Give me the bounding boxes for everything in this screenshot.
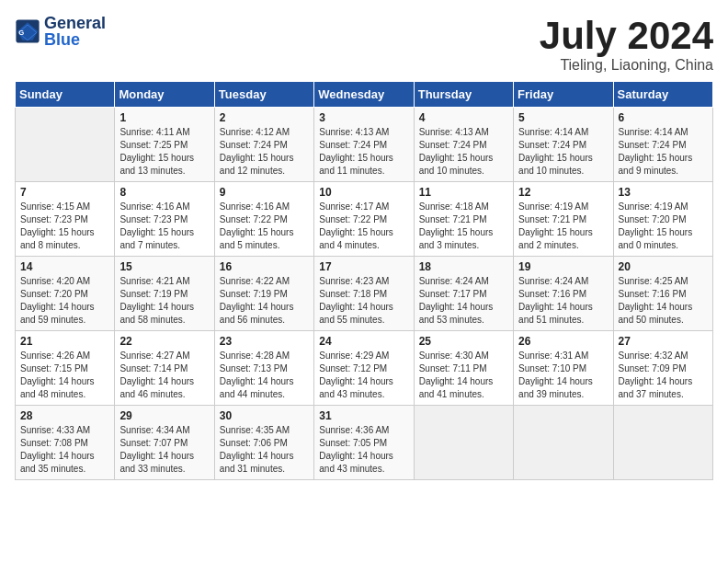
calendar-cell: 30Sunrise: 4:35 AMSunset: 7:06 PMDayligh…: [214, 406, 313, 480]
day-header-tuesday: Tuesday: [214, 82, 313, 108]
cell-content: Sunrise: 4:36 AMSunset: 7:05 PMDaylight:…: [319, 424, 408, 476]
day-number: 14: [20, 260, 109, 273]
cell-content: Sunrise: 4:15 AMSunset: 7:23 PMDaylight:…: [20, 201, 109, 252]
cell-content: Sunrise: 4:34 AMSunset: 7:07 PMDaylight:…: [119, 424, 209, 476]
cell-content: Sunrise: 4:18 AMSunset: 7:21 PMDaylight:…: [419, 201, 508, 252]
calendar-week-4: 21Sunrise: 4:26 AMSunset: 7:15 PMDayligh…: [16, 331, 713, 406]
cell-content: Sunrise: 4:27 AMSunset: 7:14 PMDaylight:…: [119, 350, 209, 401]
cell-content: Sunrise: 4:33 AMSunset: 7:08 PMDaylight:…: [20, 424, 109, 476]
cell-content: Sunrise: 4:24 AMSunset: 7:16 PMDaylight:…: [518, 275, 608, 327]
calendar-cell: 22Sunrise: 4:27 AMSunset: 7:14 PMDayligh…: [115, 331, 214, 406]
day-number: 25: [419, 335, 508, 348]
calendar-cell: 15Sunrise: 4:21 AMSunset: 7:19 PMDayligh…: [115, 257, 214, 331]
location-title: Tieling, Liaoning, China: [540, 57, 713, 74]
cell-content: Sunrise: 4:22 AMSunset: 7:19 PMDaylight:…: [220, 275, 309, 327]
day-number: 27: [619, 335, 708, 348]
day-header-sunday: Sunday: [16, 82, 115, 108]
cell-content: Sunrise: 4:14 AMSunset: 7:24 PMDaylight:…: [518, 126, 608, 178]
svg-text:G: G: [18, 29, 24, 37]
cell-content: Sunrise: 4:35 AMSunset: 7:06 PMDaylight:…: [220, 424, 309, 476]
calendar-cell: 29Sunrise: 4:34 AMSunset: 7:07 PMDayligh…: [115, 406, 214, 480]
cell-content: Sunrise: 4:19 AMSunset: 7:21 PMDaylight:…: [518, 201, 608, 252]
day-number: 17: [319, 260, 408, 273]
day-number: 28: [20, 409, 109, 422]
day-number: 7: [20, 186, 109, 199]
day-header-thursday: Thursday: [414, 82, 513, 108]
day-number: 29: [119, 409, 209, 422]
calendar-cell: 8Sunrise: 4:16 AMSunset: 7:23 PMDaylight…: [115, 182, 214, 257]
calendar-cell: 7Sunrise: 4:15 AMSunset: 7:23 PMDaylight…: [16, 182, 115, 257]
cell-content: Sunrise: 4:11 AMSunset: 7:25 PMDaylight:…: [119, 126, 209, 178]
day-number: 10: [319, 186, 408, 199]
calendar-cell: 9Sunrise: 4:16 AMSunset: 7:22 PMDaylight…: [214, 182, 313, 257]
calendar-cell: 13Sunrise: 4:19 AMSunset: 7:20 PMDayligh…: [613, 182, 712, 257]
page-header: G General Blue July 2024 Tieling, Liaoni…: [15, 15, 713, 74]
calendar-cell: 20Sunrise: 4:25 AMSunset: 7:16 PMDayligh…: [613, 257, 712, 331]
calendar-cell: 10Sunrise: 4:17 AMSunset: 7:22 PMDayligh…: [314, 182, 414, 257]
day-number: 16: [220, 260, 309, 273]
calendar-week-3: 14Sunrise: 4:20 AMSunset: 7:20 PMDayligh…: [16, 257, 713, 331]
title-block: July 2024 Tieling, Liaoning, China: [540, 15, 713, 74]
day-header-wednesday: Wednesday: [314, 82, 414, 108]
cell-content: Sunrise: 4:13 AMSunset: 7:24 PMDaylight:…: [319, 126, 408, 178]
day-number: 21: [20, 335, 109, 348]
calendar-cell: 12Sunrise: 4:19 AMSunset: 7:21 PMDayligh…: [514, 182, 613, 257]
day-number: 26: [518, 335, 608, 348]
day-number: 13: [619, 186, 708, 199]
calendar-cell: 21Sunrise: 4:26 AMSunset: 7:15 PMDayligh…: [16, 331, 115, 406]
day-header-saturday: Saturday: [613, 82, 712, 108]
day-number: 5: [518, 111, 608, 124]
cell-content: Sunrise: 4:31 AMSunset: 7:10 PMDaylight:…: [518, 350, 608, 401]
calendar-week-1: 1Sunrise: 4:11 AMSunset: 7:25 PMDaylight…: [16, 108, 713, 182]
day-number: 18: [419, 260, 508, 273]
cell-content: Sunrise: 4:28 AMSunset: 7:13 PMDaylight:…: [220, 350, 309, 401]
calendar-table: SundayMondayTuesdayWednesdayThursdayFrid…: [15, 81, 713, 480]
calendar-cell: [414, 406, 513, 480]
month-title: July 2024: [540, 15, 713, 57]
day-number: 15: [119, 260, 209, 273]
cell-content: Sunrise: 4:29 AMSunset: 7:12 PMDaylight:…: [319, 350, 408, 401]
logo-text: General Blue: [44, 15, 106, 48]
cell-content: Sunrise: 4:32 AMSunset: 7:09 PMDaylight:…: [619, 350, 708, 401]
calendar-cell: 31Sunrise: 4:36 AMSunset: 7:05 PMDayligh…: [314, 406, 414, 480]
calendar-cell: [613, 406, 712, 480]
calendar-cell: 1Sunrise: 4:11 AMSunset: 7:25 PMDaylight…: [115, 108, 214, 182]
calendar-cell: 16Sunrise: 4:22 AMSunset: 7:19 PMDayligh…: [214, 257, 313, 331]
day-number: 3: [319, 111, 408, 124]
cell-content: Sunrise: 4:16 AMSunset: 7:22 PMDaylight:…: [220, 201, 309, 252]
calendar-cell: 6Sunrise: 4:14 AMSunset: 7:24 PMDaylight…: [613, 108, 712, 182]
cell-content: Sunrise: 4:30 AMSunset: 7:11 PMDaylight:…: [419, 350, 508, 401]
logo: G General Blue: [15, 15, 106, 48]
day-header-monday: Monday: [115, 82, 214, 108]
cell-content: Sunrise: 4:12 AMSunset: 7:24 PMDaylight:…: [220, 126, 309, 178]
cell-content: Sunrise: 4:16 AMSunset: 7:23 PMDaylight:…: [119, 201, 209, 252]
calendar-cell: [16, 108, 115, 182]
calendar-cell: 28Sunrise: 4:33 AMSunset: 7:08 PMDayligh…: [16, 406, 115, 480]
cell-content: Sunrise: 4:24 AMSunset: 7:17 PMDaylight:…: [419, 275, 508, 327]
day-header-friday: Friday: [514, 82, 613, 108]
calendar-cell: 4Sunrise: 4:13 AMSunset: 7:24 PMDaylight…: [414, 108, 513, 182]
calendar-cell: 14Sunrise: 4:20 AMSunset: 7:20 PMDayligh…: [16, 257, 115, 331]
day-number: 19: [518, 260, 608, 273]
calendar-cell: 3Sunrise: 4:13 AMSunset: 7:24 PMDaylight…: [314, 108, 414, 182]
calendar-cell: 5Sunrise: 4:14 AMSunset: 7:24 PMDaylight…: [514, 108, 613, 182]
day-number: 8: [119, 186, 209, 199]
cell-content: Sunrise: 4:13 AMSunset: 7:24 PMDaylight:…: [419, 126, 508, 178]
cell-content: Sunrise: 4:23 AMSunset: 7:18 PMDaylight:…: [319, 275, 408, 327]
day-number: 20: [619, 260, 708, 273]
calendar-cell: 25Sunrise: 4:30 AMSunset: 7:11 PMDayligh…: [414, 331, 513, 406]
day-number: 24: [319, 335, 408, 348]
calendar-week-2: 7Sunrise: 4:15 AMSunset: 7:23 PMDaylight…: [16, 182, 713, 257]
calendar-cell: 23Sunrise: 4:28 AMSunset: 7:13 PMDayligh…: [214, 331, 313, 406]
cell-content: Sunrise: 4:26 AMSunset: 7:15 PMDaylight:…: [20, 350, 109, 401]
cell-content: Sunrise: 4:17 AMSunset: 7:22 PMDaylight:…: [319, 201, 408, 252]
cell-content: Sunrise: 4:20 AMSunset: 7:20 PMDaylight:…: [20, 275, 109, 327]
calendar-week-5: 28Sunrise: 4:33 AMSunset: 7:08 PMDayligh…: [16, 406, 713, 480]
cell-content: Sunrise: 4:21 AMSunset: 7:19 PMDaylight:…: [119, 275, 209, 327]
cell-content: Sunrise: 4:14 AMSunset: 7:24 PMDaylight:…: [619, 126, 708, 178]
day-number: 2: [220, 111, 309, 124]
day-number: 23: [220, 335, 309, 348]
day-number: 22: [119, 335, 209, 348]
day-number: 12: [518, 186, 608, 199]
day-number: 4: [419, 111, 508, 124]
